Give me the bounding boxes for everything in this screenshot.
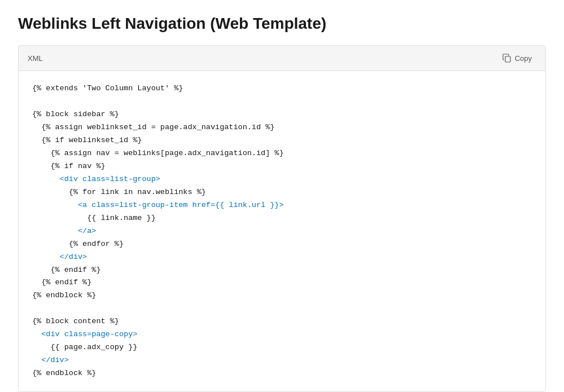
language-label: XML bbox=[28, 54, 43, 63]
copy-icon bbox=[502, 54, 511, 63]
copy-button[interactable]: Copy bbox=[498, 51, 536, 65]
code-container: XML Copy {% extends 'Two Column Layout' … bbox=[18, 45, 546, 392]
svg-rect-0 bbox=[505, 56, 510, 62]
code-content: {% extends 'Two Column Layout' %}{% bloc… bbox=[32, 82, 532, 380]
code-toolbar: XML Copy bbox=[19, 46, 545, 71]
code-block: {% extends 'Two Column Layout' %}{% bloc… bbox=[19, 71, 545, 391]
page-title: Weblinks Left Navigation (Web Template) bbox=[18, 14, 546, 34]
copy-label: Copy bbox=[515, 54, 532, 63]
